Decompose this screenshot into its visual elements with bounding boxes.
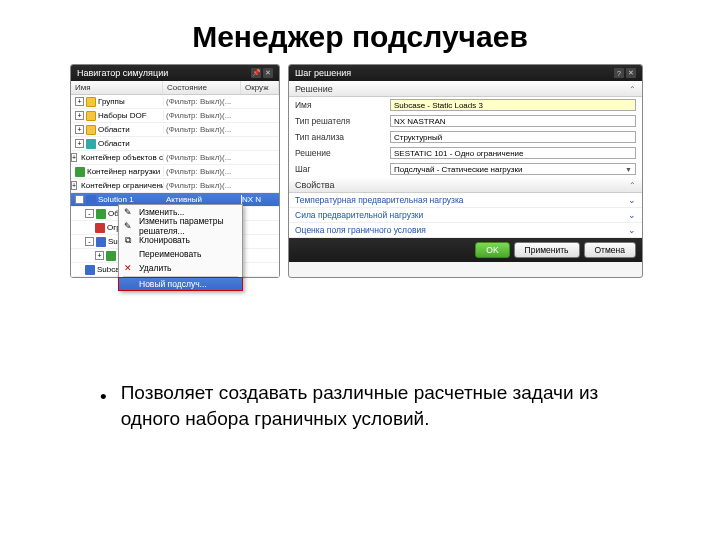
property-input: SESTATIC 101 - Одно ограничение (390, 147, 636, 159)
property-link[interactable]: Оценка поля граничного условия⌄ (289, 223, 642, 238)
tree-item[interactable]: +Группы(Фильтр: Выкл)(... (71, 95, 279, 109)
close-icon[interactable]: ✕ (263, 68, 273, 78)
tree-toggle-icon[interactable]: + (95, 251, 104, 260)
property-link-label: Оценка поля граничного условия (295, 225, 426, 235)
navigator-title-bar: Навигатор симуляции 📌 ✕ (71, 65, 279, 81)
pin-icon[interactable]: 📌 (251, 68, 261, 78)
tree-toggle-icon[interactable]: + (71, 181, 77, 190)
chevron-down-icon: ⌄ (628, 210, 636, 220)
tree-header: Имя Состояние Окруж (71, 81, 279, 95)
button-bar: OK Применить Отмена (289, 238, 642, 262)
section-properties[interactable]: Свойства ⌃ (289, 177, 642, 193)
property-value: SESTATIC 101 - Одно ограничение (394, 149, 524, 158)
col-name[interactable]: Имя (71, 81, 163, 94)
tree-item[interactable]: Контейнер нагрузки(Фильтр: Выкл)(... (71, 165, 279, 179)
tree-item-state: (Фильтр: Выкл)(... (163, 153, 241, 162)
property-link[interactable]: Температурная предварительная нагрузка⌄ (289, 193, 642, 208)
tree-toggle-icon[interactable]: + (75, 111, 84, 120)
menu-item-icon: ✕ (122, 262, 134, 274)
folder-icon (86, 97, 96, 107)
tree-toggle-icon[interactable]: + (75, 139, 84, 148)
property-value: Структурный (394, 133, 442, 142)
folder-icon (86, 111, 96, 121)
solution-step-panel: Шаг решения ? ✕ Решение ⌃ ИмяSubcase - S… (288, 64, 643, 278)
chevron-up-icon: ⌃ (629, 181, 636, 190)
close-icon[interactable]: ✕ (626, 68, 636, 78)
property-row: Тип анализаСтруктурный (289, 129, 642, 145)
property-input: NX NASTRAN (390, 115, 636, 127)
bullet-dot-icon: • (100, 384, 107, 431)
help-icon[interactable]: ? (614, 68, 624, 78)
col-env[interactable]: Окруж (241, 81, 279, 94)
property-label: Тип анализа (295, 132, 390, 142)
property-input[interactable]: Subcase - Static Loads 3 (390, 99, 636, 111)
tree-item[interactable]: +Контейнер ограничени...(Фильтр: Выкл)(.… (71, 179, 279, 193)
tree-item[interactable]: +Области (71, 137, 279, 151)
context-menu: ✎Изменить...✎Изменить параметры решателя… (118, 204, 243, 291)
property-row: РешениеSESTATIC 101 - Одно ограничение (289, 145, 642, 161)
tree-item-state: (Фильтр: Выкл)(... (163, 181, 241, 190)
tree-item-label: Контейнер нагрузки (87, 167, 160, 176)
menu-item[interactable]: ⧉Клонировать (119, 233, 242, 247)
tree-item[interactable]: +Области(Фильтр: Выкл)(... (71, 123, 279, 137)
dropdown-arrow-icon: ▼ (625, 166, 632, 173)
menu-item-icon: ✎ (122, 206, 134, 218)
col-state[interactable]: Состояние (163, 81, 241, 94)
green-icon (96, 209, 106, 219)
property-value: Подслучай - Статические нагрузки (394, 165, 522, 174)
blue-icon (85, 265, 95, 275)
solution-title: Шаг решения (295, 68, 351, 78)
tree-item-label: Области (98, 139, 130, 148)
green-icon (106, 251, 116, 261)
tree-toggle-icon[interactable]: - (75, 195, 84, 204)
section-solution-label: Решение (295, 84, 333, 94)
menu-item-icon: ✎ (122, 220, 134, 232)
menu-item-icon (122, 248, 134, 260)
tree-toggle-icon[interactable]: - (85, 209, 94, 218)
property-input[interactable]: Подслучай - Статические нагрузки▼ (390, 163, 636, 175)
green-icon (75, 167, 85, 177)
red-icon (95, 223, 105, 233)
tree-toggle-icon[interactable]: + (75, 125, 84, 134)
menu-new-subcase-label: Новый подслуч... (139, 279, 207, 289)
menu-item-label: Клонировать (139, 235, 190, 245)
apply-button[interactable]: Применить (514, 242, 580, 258)
menu-item[interactable]: ✎Изменить параметры решателя... (119, 219, 242, 233)
tree-item-state: (Фильтр: Выкл)(... (163, 167, 241, 176)
property-value: NX NASTRAN (394, 117, 446, 126)
tree-item[interactable]: +Контейнер объектов си...(Фильтр: Выкл)(… (71, 151, 279, 165)
folder-icon (86, 125, 96, 135)
tree-item-label: Solution 1 (98, 195, 134, 204)
menu-new-subcase[interactable]: Новый подслуч... (118, 277, 243, 291)
slide-title: Менеджер подслучаев (0, 0, 720, 64)
cancel-button[interactable]: Отмена (584, 242, 637, 258)
tree-item-state: (Фильтр: Выкл)(... (163, 125, 241, 134)
menu-item[interactable]: ✕Удалить (119, 261, 242, 275)
tree-item-env: NX N (241, 195, 279, 204)
chevron-up-icon: ⌃ (629, 85, 636, 94)
tree-item-label: Контейнер объектов си... (81, 153, 163, 162)
blue-icon (86, 195, 96, 205)
chevron-down-icon: ⌄ (628, 225, 636, 235)
cyan-icon (86, 139, 96, 149)
tree-item[interactable]: +Наборы DOF(Фильтр: Выкл)(... (71, 109, 279, 123)
section-properties-label: Свойства (295, 180, 335, 190)
property-label: Шаг (295, 164, 390, 174)
tree-toggle-icon[interactable]: + (71, 153, 77, 162)
bullet-text: Позволяет создавать различные расчетные … (121, 380, 640, 431)
property-link[interactable]: Сила предварительной нагрузки⌄ (289, 208, 642, 223)
menu-item[interactable]: Переименовать (119, 247, 242, 261)
tree-item-label: Области (98, 125, 130, 134)
tree-item-state: (Фильтр: Выкл)(... (163, 97, 241, 106)
tree-toggle-icon[interactable]: - (85, 237, 94, 246)
section-solution[interactable]: Решение ⌃ (289, 81, 642, 97)
chevron-down-icon: ⌄ (628, 195, 636, 205)
tree-item-state: (Фильтр: Выкл)(... (163, 111, 241, 120)
tree-toggle-icon[interactable]: + (75, 97, 84, 106)
ok-button[interactable]: OK (475, 242, 509, 258)
tree-item-state: Активный (163, 195, 241, 204)
slide-bullet: • Позволяет создавать различные расчетны… (100, 380, 640, 431)
property-label: Имя (295, 100, 390, 110)
menu-item-label: Удалить (139, 263, 171, 273)
property-input: Структурный (390, 131, 636, 143)
